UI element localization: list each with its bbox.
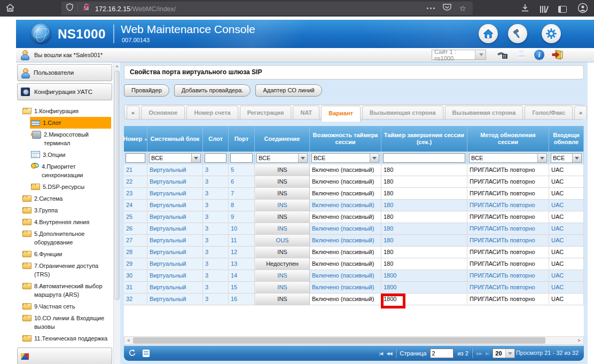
next-page-button[interactable]: ▶▶ bbox=[476, 351, 482, 356]
cell-num[interactable]: 31 bbox=[124, 282, 147, 293]
cell-num[interactable]: 29 bbox=[124, 258, 147, 270]
sidebar-item[interactable]: 5.Дополнительное оборудование bbox=[21, 228, 113, 248]
logout-icon[interactable] bbox=[551, 49, 564, 61]
scroll-left-icon[interactable]: < bbox=[125, 337, 132, 344]
cell-num[interactable]: 24 bbox=[124, 200, 147, 211]
table-row[interactable]: 25Виртуальный39INSВключено (пассивный)18… bbox=[124, 211, 584, 223]
table-row[interactable]: 21Виртуальный35INSВключено (пассивный)18… bbox=[124, 164, 584, 176]
url-bar[interactable]: 172.16.2.15/WebMC/index/ ☆ bbox=[61, 2, 473, 15]
scrollbar-thumb[interactable] bbox=[133, 337, 545, 344]
table-row[interactable]: 27Виртуальный311OUSВключено (пассивный)1… bbox=[124, 235, 584, 247]
tab-5[interactable]: Вариант bbox=[321, 106, 361, 122]
tab-0[interactable]: « bbox=[127, 106, 139, 119]
tab-8[interactable]: Голос/Факс bbox=[525, 106, 573, 119]
sidebar-item[interactable]: 4.Внутренняя линия bbox=[21, 216, 113, 228]
setup-gear-button[interactable] bbox=[542, 24, 561, 43]
sidebar-item[interactable]: 6.Функции bbox=[21, 248, 113, 260]
sidebar-item[interactable]: 3.Группа bbox=[21, 204, 113, 216]
sidebar-item[interactable]: 11.Техническая поддержка bbox=[21, 333, 113, 344]
table-row[interactable]: 28Виртуальный312INSВключено (пассивный)1… bbox=[124, 247, 584, 258]
sidebar-item[interactable]: 1.Конфигурация bbox=[21, 105, 113, 117]
cell-num[interactable]: 21 bbox=[124, 164, 147, 176]
sidebar-item[interactable]: 2.Система bbox=[21, 193, 113, 204]
home-icon[interactable] bbox=[5, 3, 15, 14]
download-icon[interactable] bbox=[521, 4, 529, 14]
sidebar-item[interactable]: 5.DSP-ресурсы bbox=[30, 181, 113, 193]
sidebar-item[interactable]: 8.Автоматический выбор маршрута (ARS) bbox=[21, 280, 113, 300]
reload-grid-icon[interactable] bbox=[129, 349, 136, 358]
account-icon[interactable] bbox=[577, 3, 588, 15]
sidebar-item[interactable]: 10.СО линии & Входящие вызовы bbox=[21, 312, 113, 333]
sidebar-item[interactable]: 4.Приоритет синхронизации bbox=[30, 161, 113, 181]
tab-6[interactable]: Вызывающая сторона bbox=[362, 106, 443, 119]
pocket-icon[interactable] bbox=[443, 3, 451, 13]
table-row[interactable]: 22Виртуальный36INSВключено (пассивный)18… bbox=[124, 176, 584, 188]
sidebar-section-pbx-config[interactable]: Конфигурация УАТС bbox=[17, 83, 112, 100]
column-header[interactable]: Соединение bbox=[255, 126, 310, 152]
scroll-right-icon[interactable]: > bbox=[575, 337, 583, 344]
columns-chooser-icon[interactable] bbox=[143, 350, 150, 357]
column-header[interactable]: Номер▲ bbox=[124, 126, 147, 152]
filter-select[interactable]: ВСЕ bbox=[311, 153, 379, 163]
add-provider-button[interactable]: Добавить провайдера. bbox=[174, 84, 251, 97]
filter-select[interactable]: ВСЕ bbox=[149, 153, 201, 163]
page-input[interactable] bbox=[430, 349, 454, 358]
page-size-select[interactable]: 20 bbox=[493, 349, 515, 358]
cell-num[interactable]: 22 bbox=[124, 176, 147, 187]
tab-4[interactable]: NAT bbox=[293, 106, 319, 119]
filter-select[interactable]: ВСЕ bbox=[551, 153, 582, 163]
table-row[interactable]: 32Виртуальный316INSВключено (пассивный)1… bbox=[124, 294, 584, 305]
table-row[interactable]: 24Виртуальный38INSВключено (пассивный)18… bbox=[124, 200, 584, 211]
tab-3[interactable]: Регистрация bbox=[240, 106, 292, 119]
table-row[interactable]: 29Виртуальный313НедоступенВключено (пасс… bbox=[124, 258, 584, 270]
home-console-button[interactable] bbox=[479, 24, 498, 43]
horizontal-scrollbar[interactable]: < > bbox=[124, 336, 584, 345]
column-header[interactable]: Порт bbox=[229, 126, 255, 152]
filter-input[interactable] bbox=[126, 153, 145, 163]
sidebar-item[interactable]: 3.Опции bbox=[30, 149, 113, 161]
cell-num[interactable]: 32 bbox=[124, 294, 147, 305]
bookmark-star-icon[interactable]: ☆ bbox=[459, 4, 466, 12]
phone-icon[interactable] bbox=[496, 49, 509, 61]
column-header[interactable]: Слот bbox=[203, 126, 229, 152]
column-header[interactable]: Входящи обновле bbox=[549, 126, 584, 152]
table-row[interactable]: 26Виртуальный310INSВключено (пассивный)1… bbox=[124, 223, 584, 235]
co-line-adapter-button[interactable]: Адаптер СО линий bbox=[255, 84, 322, 97]
filter-select[interactable]: ВСЕ bbox=[469, 153, 547, 163]
sidebar-item[interactable]: 7.Ограничение доступа (TRS) bbox=[21, 260, 113, 280]
scrollbar-thumb[interactable] bbox=[114, 70, 120, 300]
column-header[interactable]: Метод обновления сессии bbox=[467, 126, 549, 152]
cell-num[interactable]: 26 bbox=[124, 223, 147, 234]
column-header[interactable]: Системный блок bbox=[147, 126, 203, 152]
cell-num[interactable]: 23 bbox=[124, 188, 147, 199]
sidebar-toggle-icon[interactable] bbox=[558, 6, 567, 13]
cell-num[interactable]: 25 bbox=[124, 211, 147, 223]
table-row[interactable]: 30Виртуальный314INSВключено (пассивный)1… bbox=[124, 270, 584, 282]
prev-page-button[interactable]: ◀◀ bbox=[386, 351, 392, 356]
cell-num[interactable]: 27 bbox=[124, 235, 147, 246]
shield-icon[interactable] bbox=[66, 3, 73, 13]
filter-input[interactable] bbox=[230, 153, 253, 163]
sidebar-scrollbar[interactable]: ▲ bbox=[113, 62, 120, 364]
insecure-lock-icon[interactable] bbox=[82, 3, 90, 13]
info-icon[interactable]: i bbox=[534, 50, 544, 60]
sidebar-item[interactable]: 9.Частная сеть bbox=[21, 300, 113, 312]
column-header[interactable]: Таймер завершения сессии (сек.) bbox=[381, 126, 467, 152]
sidebar-section-um[interactable] bbox=[17, 347, 112, 364]
table-row[interactable]: 31Виртуальный315INSВключено (пассивный)1… bbox=[124, 282, 584, 294]
provider-button[interactable]: Провайдер bbox=[124, 84, 169, 97]
filter-select[interactable]: ВСЕ bbox=[256, 153, 308, 163]
last-page-button[interactable]: ▶| bbox=[486, 351, 489, 356]
cell-num[interactable]: 28 bbox=[124, 247, 147, 258]
library-icon[interactable] bbox=[540, 5, 548, 13]
table-row[interactable]: 23Виртуальный37INSВключено (пассивный)18… bbox=[124, 188, 584, 200]
tab-2[interactable]: Номер счета bbox=[186, 106, 238, 119]
site-select[interactable]: Сайт 1 : ns1000. bbox=[432, 50, 486, 60]
column-header[interactable]: Возможность таймера сессии bbox=[310, 126, 381, 152]
filter-input[interactable] bbox=[205, 153, 226, 163]
tab-1[interactable]: Основное bbox=[141, 106, 185, 119]
first-page-button[interactable]: |◀ bbox=[379, 351, 382, 356]
filter-input[interactable] bbox=[383, 153, 465, 163]
page-actions-icon[interactable] bbox=[427, 7, 435, 9]
tab-7[interactable]: Вызываемая сторона bbox=[445, 106, 523, 119]
